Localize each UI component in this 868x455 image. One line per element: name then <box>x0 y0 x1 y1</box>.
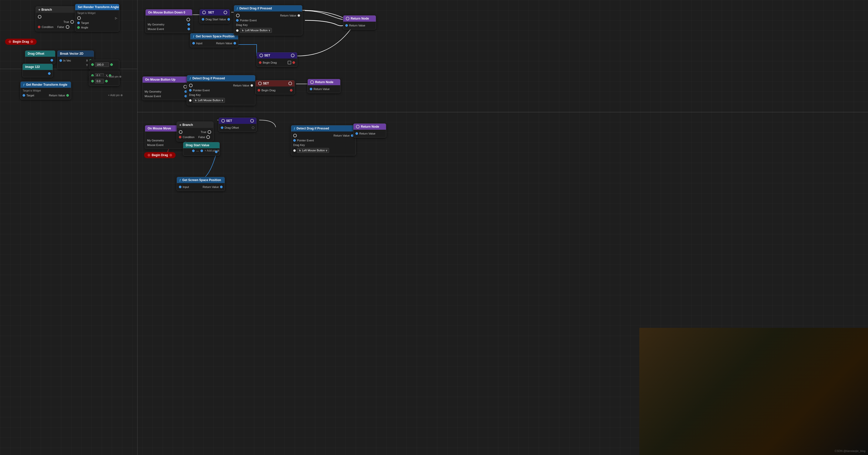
vertical-divider <box>137 0 138 455</box>
func-icon-3: ƒ <box>237 7 238 10</box>
detect-drag-body-2: Return Value Pointer Event Drag Key 🖱 Le… <box>187 81 255 105</box>
set-drag-offset-header: SET <box>219 118 256 124</box>
branch-title-2: Branch <box>182 123 193 127</box>
detect-drag-body-1: Return Value Pointer Event Drag Key 🖱 Le… <box>234 11 302 35</box>
return-node-1: Return Node Return Value <box>343 15 376 29</box>
value-180-node <box>89 60 119 69</box>
left-mouse-btn-dropdown-3[interactable]: 🖱 Left Mouse Button ∨ <box>297 148 329 153</box>
val-180-in <box>91 63 94 66</box>
mouse-event-row: Mouse Event <box>148 27 190 31</box>
func-icon-6: ƒ <box>294 127 295 130</box>
exec-in-pin-2 <box>76 16 82 21</box>
branch-title-1: Branch <box>41 8 52 11</box>
return-header-1: Return Node <box>343 16 376 22</box>
set2-body: Begin Drag <box>257 58 297 67</box>
ret-val-in-3 <box>355 132 358 135</box>
dd3-pointer-row: Pointer Event <box>293 138 353 143</box>
branch-icon-1: ⟐ <box>38 8 40 11</box>
dd-key-selector: 🖱 Left Mouse Button ∨ <box>236 27 300 34</box>
begin-drag-out-pin <box>30 40 33 43</box>
do-pin-in <box>221 126 223 129</box>
drag-start-out-pin <box>227 18 230 21</box>
dd2-exec-in <box>188 83 193 88</box>
add-pin-label-2: + Add pin ⊕ <box>108 93 123 97</box>
ret-exec-in-3 <box>355 124 360 129</box>
detect-drag-title-3: Detect Drag if Pressed <box>297 127 329 130</box>
on-mouse-down-title: On Mouse Button Down 0 <box>148 11 185 14</box>
mouse-event-pin <box>188 28 190 30</box>
set-render-subtitle: Target is Widget <box>77 12 117 15</box>
get-render-body: Target is Widget Target Return Value <box>21 88 71 99</box>
set2-title: SET <box>264 54 270 57</box>
dd-pointer-row: Pointer Event <box>236 18 300 23</box>
detect-drag-header-2: ƒ Detect Drag if Pressed <box>187 75 255 81</box>
add-pin-2 <box>200 149 203 152</box>
b2-exec-in <box>178 130 183 135</box>
get-render-title: Get Render Transform Angle <box>26 83 67 86</box>
true-pin <box>70 19 75 24</box>
return-header-2: Return Node <box>308 79 340 85</box>
angle-row: Angle <box>77 25 117 30</box>
ombu-exec <box>145 84 187 89</box>
ombd-exec-out <box>186 17 191 22</box>
value-180-row <box>91 61 117 68</box>
drag-offset-set-row: Drag Offset <box>221 125 254 130</box>
left-mouse-btn-dropdown-2[interactable]: 🖱 Left Mouse Button ∨ <box>193 98 225 103</box>
return-node-2: Return Node Return Value <box>307 79 340 93</box>
dd2-exec-row: Return Value <box>189 83 253 88</box>
branch-icon-2: ⟐ <box>179 123 181 127</box>
condition-pin <box>38 26 40 28</box>
mouse-icon-3: 🖱 <box>299 149 301 152</box>
begin-drag-node-1: Begin Drag <box>5 39 37 45</box>
gr-target-pin <box>23 94 25 97</box>
set3-body: Begin Drag <box>256 86 294 94</box>
horizontal-divider-1 <box>137 112 868 112</box>
return-value-row-3: Return Value <box>355 131 384 136</box>
detect-drag-body-3: Return Value Pointer Event Drag Key 🖱 Le… <box>291 132 355 155</box>
value-180-input[interactable] <box>95 62 109 67</box>
input-pin-2 <box>179 186 181 188</box>
my-geometry-row: My Geometry <box>148 22 190 27</box>
break-vector-body: In Vec X Y <box>57 57 94 69</box>
return-title-3: Return Node <box>361 125 379 129</box>
dd-exec-row: Return Value <box>236 13 300 18</box>
image122-body <box>23 70 53 77</box>
begin-drag-pin-2 <box>148 154 150 157</box>
detect-drag-header-3: ƒ Detect Drag if Pressed <box>291 125 355 132</box>
get-screen-space-node-2: ƒ Get Screen Space Position Input Return… <box>177 177 225 191</box>
b2-false-pin <box>206 135 211 140</box>
begin-drag-set-row: Begin Drag <box>259 60 295 65</box>
set2-node: SET Begin Drag <box>257 52 297 67</box>
return-header-3: Return Node <box>353 123 386 130</box>
set3-exec-in <box>257 81 262 86</box>
get-screen-body-2: Input Return Value <box>177 183 225 191</box>
func-icon-4: ƒ <box>190 77 191 80</box>
branch-exec-in <box>38 14 74 19</box>
get-screen-header-2: ƒ Get Screen Space Position <box>177 177 225 183</box>
image122-out-pin <box>48 72 51 75</box>
ret-val-in-1 <box>345 24 348 27</box>
left-mouse-btn-dropdown-1[interactable]: 🖱 Left Mouse Button ∨ <box>240 28 272 33</box>
value-00-input[interactable] <box>95 79 104 83</box>
branch-body-2: True Condition False <box>177 128 213 141</box>
set-drag-start-node: SET Drag Start Value <box>199 9 230 23</box>
bd-check <box>288 61 291 64</box>
sdo-exec-out <box>250 118 255 123</box>
on-mouse-move-title: On Mouse Move <box>148 127 171 130</box>
sdo-exec-in <box>221 118 226 123</box>
on-mouse-up-body: My Geometry Mouse Event <box>143 83 189 100</box>
set2-exec-in <box>259 53 264 58</box>
func-icon: ƒ <box>23 83 25 86</box>
begin-drag-node-2: Begin Drag <box>144 152 176 158</box>
get-screen-header-1: ƒ Get Screen Space Position <box>190 33 238 39</box>
input-row-1: Input Return Value <box>192 41 236 46</box>
break-vector-node: Break Vector 2D In Vec X Y <box>57 50 94 69</box>
return-pin-2 <box>220 186 223 188</box>
dd-dragkey-row: Drag Key <box>236 23 300 27</box>
dd2-key-selector: 🖱 Left Mouse Button ∨ <box>189 97 253 104</box>
dd-return-pin <box>298 14 300 17</box>
set-render-transform-node: Set Render Transform Angle Target is Wid… <box>75 4 119 32</box>
branch-true-row: True <box>38 19 74 24</box>
b2-cond-pin <box>179 136 181 138</box>
val-180-out <box>110 63 113 66</box>
